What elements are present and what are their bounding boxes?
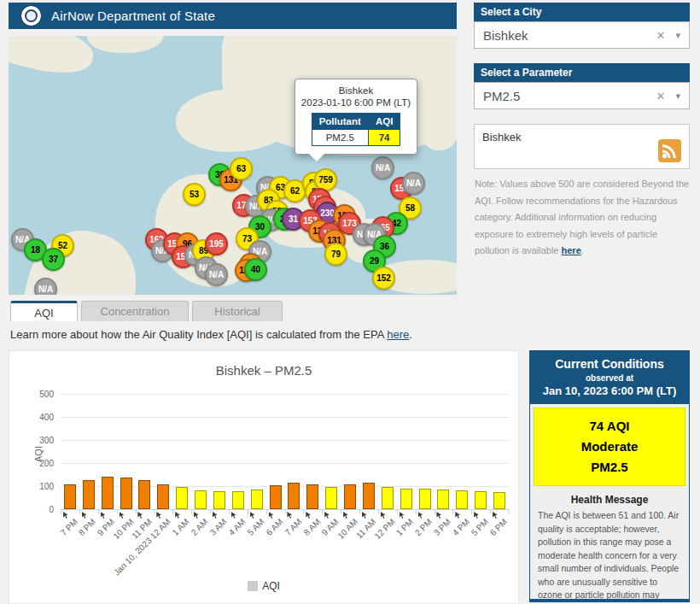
- aqi-bar[interactable]: [120, 478, 132, 509]
- aqi-bar[interactable]: [138, 480, 150, 509]
- aqi-bar[interactable]: [363, 483, 375, 509]
- x-axis-tick: [285, 509, 286, 514]
- tooltip-pollutant-value: PM2.5: [312, 130, 368, 146]
- note-text: Note: Values above 500 are considered Be…: [475, 179, 689, 255]
- aqi-chart-panel: Bishkek – PM2.5 AQI 0100200300400500AQI7…: [9, 350, 519, 604]
- tab-concentration[interactable]: Concentration: [81, 301, 189, 321]
- aqi-map-marker[interactable]: 40: [244, 258, 267, 281]
- y-axis-tick-label: 500: [21, 390, 54, 399]
- aqi-map-marker[interactable]: 37: [42, 248, 65, 271]
- rss-feed-icon[interactable]: [658, 139, 681, 162]
- x-axis-label-text: 2 AM: [190, 517, 210, 537]
- x-axis-label-text: 2 PM: [413, 517, 434, 537]
- x-axis-tick: [416, 509, 417, 514]
- aqi-bar[interactable]: [251, 490, 263, 509]
- tick-pointer-glyph: [231, 512, 237, 519]
- aqi-bar[interactable]: [382, 487, 394, 509]
- tooltip-city: Bishkek: [300, 85, 412, 96]
- aqi-bar[interactable]: [400, 489, 412, 509]
- x-axis-label-text: 1 PM: [394, 517, 415, 537]
- aqi-bar[interactable]: [213, 491, 225, 509]
- aqi-bar[interactable]: [344, 484, 356, 509]
- tick-pointer-glyph: [82, 512, 88, 519]
- chevron-down-icon[interactable]: ▾: [675, 91, 680, 102]
- aqi-bar[interactable]: [475, 491, 487, 509]
- aqi-bar[interactable]: [456, 490, 468, 509]
- chart-legend[interactable]: AQI: [9, 580, 518, 592]
- note-here-link[interactable]: here: [562, 245, 581, 255]
- aqi-bar[interactable]: [102, 477, 114, 509]
- clear-icon[interactable]: ✕: [656, 29, 666, 42]
- landmass: [9, 36, 97, 82]
- tick-pointer-glyph: [269, 512, 275, 519]
- clear-icon[interactable]: ✕: [656, 90, 666, 103]
- parameter-select[interactable]: PM2.5 ✕ ▾: [474, 82, 690, 109]
- x-axis-tick: [98, 509, 99, 514]
- aqi-map-marker[interactable]: 63: [230, 157, 253, 180]
- tick-pointer-glyph: [63, 512, 69, 519]
- x-axis-label-text: 4 AM: [227, 517, 248, 537]
- aqi-bar[interactable]: [288, 483, 300, 509]
- epa-note-suffix: .: [409, 328, 412, 341]
- tooltip-aqi-value: 74: [368, 130, 400, 146]
- aqi-bar[interactable]: [83, 480, 95, 509]
- aqi-bar[interactable]: [437, 490, 449, 509]
- aqi-map-marker[interactable]: N/A: [402, 172, 425, 195]
- tick-pointer-glyph: [250, 512, 256, 519]
- tick-pointer-glyph: [493, 512, 499, 519]
- x-axis-label-text: 7 PM: [58, 517, 79, 537]
- aqi-map-marker[interactable]: 53: [183, 183, 206, 206]
- aqi-map-marker[interactable]: 195: [205, 232, 228, 255]
- aqi-bar[interactable]: [64, 484, 76, 509]
- aqi-bar[interactable]: [419, 489, 431, 509]
- aqi-bar[interactable]: [157, 484, 169, 509]
- x-axis-label-text: 8 AM: [301, 517, 322, 537]
- aqi-map-marker[interactable]: 79: [324, 243, 347, 266]
- x-axis-label-text: 5 PM: [470, 517, 490, 537]
- aqi-bar[interactable]: [306, 484, 318, 509]
- y-axis-tick-label: 100: [21, 482, 54, 491]
- department-of-state-seal-icon: [20, 5, 42, 26]
- x-axis-tick: [79, 509, 80, 514]
- aqi-bar[interactable]: [195, 490, 207, 509]
- epa-here-link[interactable]: here: [387, 328, 409, 341]
- x-axis-tick: [341, 509, 341, 514]
- legend-label: AQI: [262, 580, 280, 592]
- tab-historical[interactable]: Historical: [192, 301, 283, 321]
- aqi-map-marker[interactable]: N/A: [371, 156, 394, 179]
- tick-pointer-glyph: [287, 512, 293, 519]
- tooltip-table: Pollutant AQI PM2.5 74: [312, 113, 401, 146]
- aqi-map-marker[interactable]: 152: [372, 267, 395, 290]
- select-parameter-header: Select a Parameter: [474, 63, 690, 82]
- x-axis-tick: [490, 509, 491, 514]
- y-axis-tick-label: 300: [21, 436, 54, 445]
- chevron-down-icon[interactable]: ▾: [675, 30, 680, 41]
- tick-pointer-glyph: [418, 512, 424, 519]
- landmass: [176, 89, 295, 152]
- tab-aqi[interactable]: AQI: [10, 301, 78, 321]
- health-message-title: Health Message: [530, 494, 689, 506]
- aqi-pollutant: PM2.5: [536, 457, 683, 478]
- aqi-bar[interactable]: [176, 487, 188, 509]
- city-select[interactable]: Bishkek ✕ ▾: [474, 21, 690, 49]
- tick-pointer-glyph: [306, 512, 312, 519]
- tick-pointer-glyph: [156, 512, 162, 519]
- aqi-bar[interactable]: [493, 492, 505, 509]
- map-tooltip: Bishkek 2023-01-10 6:00 PM (LT) Pollutan…: [295, 79, 417, 155]
- tick-pointer-glyph: [436, 512, 442, 519]
- aqi-bar[interactable]: [325, 487, 337, 509]
- tooltip-col-pollutant: Pollutant: [312, 114, 368, 130]
- x-axis-label-text: 12 PM: [372, 517, 396, 541]
- tick-pointer-glyph: [362, 512, 368, 519]
- aqi-map-marker[interactable]: N/A: [34, 278, 57, 295]
- app-header: AirNow Department of State: [9, 3, 457, 29]
- aqi-bar[interactable]: [270, 485, 282, 509]
- x-axis-tick: [117, 509, 118, 514]
- x-axis-label-text: 10 AM: [335, 517, 359, 541]
- aqi-map-marker[interactable]: N/A: [205, 263, 228, 286]
- aqi-bar[interactable]: [232, 491, 244, 509]
- tick-pointer-glyph: [400, 512, 405, 519]
- tick-pointer-glyph: [137, 512, 143, 519]
- world-map[interactable]: N/A185237N/A162N/A15196151N/A89195N/AN/A…: [9, 36, 457, 295]
- feed-box: Bishkek: [474, 124, 690, 169]
